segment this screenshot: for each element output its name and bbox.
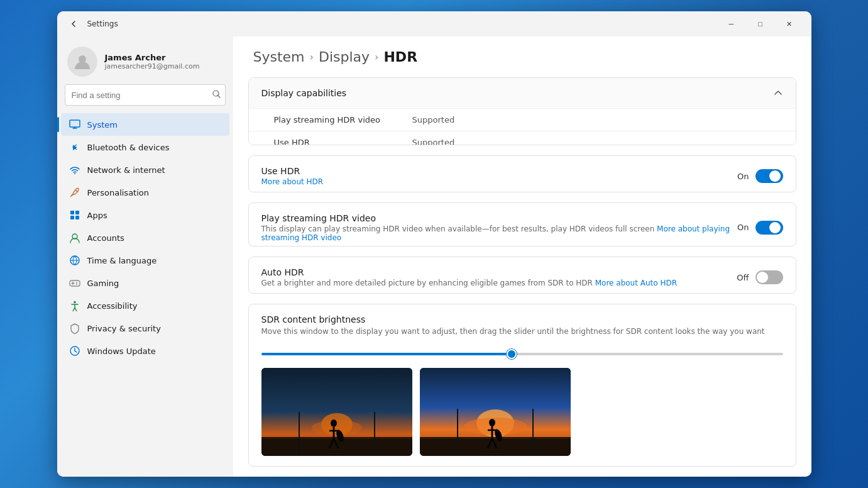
use-hdr-link[interactable]: More about HDR [261,177,324,186]
sidebar-item-time[interactable]: Time & language [61,249,229,272]
sidebar-item-update[interactable]: Windows Update [61,340,229,362]
play-streaming-hdr-control: On [737,221,783,235]
sidebar-item-label-accounts: Accounts [87,233,124,243]
close-button[interactable]: ✕ [775,14,804,33]
sidebar-item-label-bluetooth: Bluetooth & devices [87,143,170,152]
avatar [67,47,97,77]
auto-hdr-section: Auto HDR Get a brighter and more detaile… [248,257,796,294]
auto-hdr-subtitle: Get a brighter and more detailed picture… [261,279,737,287]
auto-hdr-desc: Get a brighter and more detailed picture… [261,279,593,287]
search-icon [212,90,221,100]
sidebar-item-label-update: Windows Update [87,347,156,356]
sidebar-item-gaming[interactable]: Gaming [61,272,229,294]
svg-rect-7 [70,216,74,219]
user-email: jamesarcher91@gmail.com [105,62,200,70]
svg-rect-3 [70,120,80,127]
use-hdr-link-container: More about HDR [261,177,738,186]
use-hdr-toggle[interactable] [755,169,783,183]
sidebar-item-accounts[interactable]: Accounts [61,226,229,249]
brush-icon [69,186,81,199]
sidebar-item-label-privacy: Privacy & security [87,324,161,333]
breadcrumb-sep-2: › [375,51,378,63]
auto-hdr-control: Off [737,270,783,284]
preview-images [261,368,783,456]
sidebar-item-label-time: Time & language [87,256,157,265]
use-hdr-value: Supported [412,138,455,145]
play-streaming-hdr-subtitle: This display can play streaming HDR vide… [261,225,738,242]
svg-line-2 [217,96,220,98]
svg-rect-8 [75,216,79,219]
update-icon [69,345,81,357]
play-streaming-hdr-toggle[interactable] [755,221,783,235]
sdr-subtitle: Move this window to the display you want… [261,327,783,336]
user-info: James Archer jamesarcher91@gmail.com [105,53,200,70]
preview-svg-1 [261,368,412,456]
window-controls: ─ □ ✕ [717,14,804,33]
sidebar-nav: System Bluetooth & devices [57,113,233,362]
use-hdr-label: Use HDR [274,138,412,145]
sdr-title: SDR content brightness [261,314,783,324]
svg-point-17 [74,301,76,304]
maximize-button[interactable]: □ [746,14,775,33]
play-streaming-hdr-info: Play streaming HDR video This display ca… [261,213,738,242]
sidebar-item-label-personalisation: Personalisation [87,188,150,197]
svg-rect-6 [75,211,79,214]
gamepad-icon [69,277,81,289]
sidebar-item-label-accessibility: Accessibility [87,301,138,311]
table-row: Use HDR Supported [249,131,796,145]
use-hdr-section: Use HDR More about HDR On [248,155,796,192]
sidebar-item-label-gaming: Gaming [87,279,119,288]
svg-point-4 [74,173,75,174]
auto-hdr-row: Auto HDR Get a brighter and more detaile… [249,257,796,294]
preview-svg-2 [420,368,571,456]
wifi-icon [69,164,81,176]
breadcrumb-display[interactable]: Display [319,49,370,65]
sidebar-item-privacy[interactable]: Privacy & security [61,317,229,340]
accessibility-icon [69,299,81,312]
auto-hdr-link[interactable]: More about Auto HDR [595,279,677,287]
preview-image-1 [261,368,412,456]
sidebar-item-system[interactable]: System [61,113,229,136]
svg-point-15 [76,282,77,284]
sidebar-item-bluetooth[interactable]: Bluetooth & devices [61,136,229,158]
auto-hdr-status: Off [737,273,749,282]
play-streaming-hdr-row: Play streaming HDR video This display ca… [249,203,796,247]
sidebar: James Archer jamesarcher91@gmail.com [57,36,233,477]
play-streaming-hdr-section: Play streaming HDR video This display ca… [248,202,796,247]
breadcrumb: System › Display › HDR [233,36,811,72]
use-hdr-info: Use HDR More about HDR [261,166,738,186]
auto-hdr-title: Auto HDR [261,267,737,277]
use-hdr-title: Use HDR [261,166,738,176]
apps-icon [69,209,81,221]
window-title: Settings [87,19,118,28]
user-profile: James Archer jamesarcher91@gmail.com [57,36,233,84]
sdr-brightness-slider[interactable] [261,353,783,355]
breadcrumb-hdr: HDR [383,49,417,65]
search-input[interactable] [65,84,226,106]
sidebar-item-personalisation[interactable]: Personalisation [61,181,229,204]
display-capabilities-body: Play streaming HDR video Supported Use H… [249,108,796,145]
svg-point-26 [331,419,337,427]
sidebar-item-network[interactable]: Network & internet [61,158,229,181]
auto-hdr-toggle[interactable] [755,270,783,284]
play-streaming-hdr-title: Play streaming HDR video [261,213,738,223]
minimize-button[interactable]: ─ [717,14,746,33]
sdr-slider-container [261,346,783,358]
breadcrumb-system[interactable]: System [253,49,305,65]
display-capabilities-header[interactable]: Display capabilities [249,78,796,108]
play-streaming-value: Supported [412,115,455,125]
sidebar-item-accessibility[interactable]: Accessibility [61,294,229,317]
collapse-icon [773,88,783,98]
search-box [65,84,226,106]
content-area: System › Display › HDR Display capabilit… [233,36,811,477]
sidebar-item-apps[interactable]: Apps [61,204,229,226]
sidebar-item-label-network: Network & internet [87,165,165,175]
play-streaming-hdr-desc: This display can play streaming HDR vide… [261,225,655,233]
back-button[interactable] [65,15,82,33]
user-name: James Archer [105,53,200,62]
breadcrumb-sep-1: › [310,51,314,63]
preview-image-2 [420,368,571,456]
use-hdr-status: On [737,172,749,181]
svg-point-39 [489,419,495,426]
sidebar-item-label-system: System [87,120,118,130]
